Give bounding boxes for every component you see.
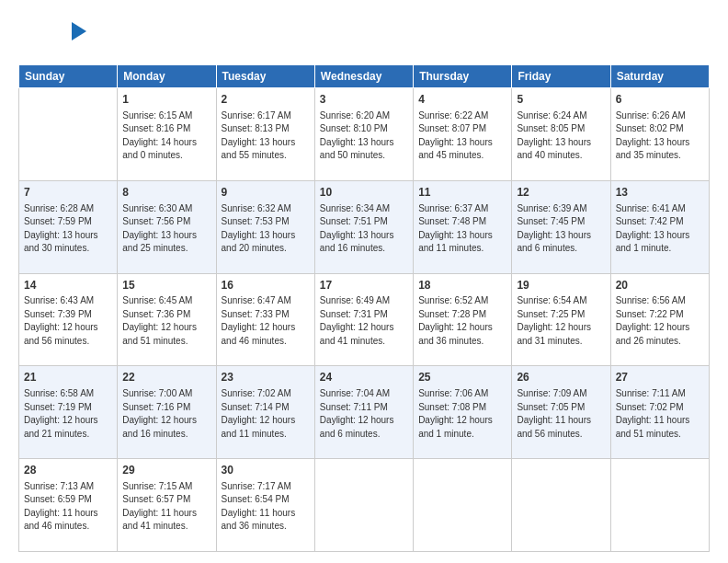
day-content: Sunrise: 6:56 AMSunset: 7:22 PMDaylight:… xyxy=(616,294,704,348)
calendar-cell: 10Sunrise: 6:34 AMSunset: 7:51 PMDayligh… xyxy=(314,180,413,273)
day-content: Sunrise: 6:43 AMSunset: 7:39 PMDaylight:… xyxy=(24,294,112,348)
calendar-cell xyxy=(610,459,709,552)
day-content: Sunrise: 6:39 AMSunset: 7:45 PMDaylight:… xyxy=(517,202,605,256)
day-number: 23 xyxy=(222,370,310,385)
day-content: Sunrise: 6:24 AMSunset: 8:05 PMDaylight:… xyxy=(517,109,605,163)
calendar-header-monday: Monday xyxy=(118,65,216,88)
day-number: 11 xyxy=(418,185,506,201)
calendar-cell xyxy=(314,459,413,552)
calendar-cell: 3Sunrise: 6:20 AMSunset: 8:10 PMDaylight… xyxy=(314,88,413,181)
day-number: 17 xyxy=(320,278,408,293)
page: SundayMondayTuesdayWednesdayThursdayFrid… xyxy=(0,0,728,563)
day-number: 1 xyxy=(122,92,210,108)
day-number: 18 xyxy=(418,278,506,293)
calendar-cell: 26Sunrise: 7:09 AMSunset: 7:05 PMDayligh… xyxy=(512,366,610,459)
day-number: 30 xyxy=(222,463,310,478)
day-number: 28 xyxy=(24,463,112,478)
calendar-header-sunday: Sunday xyxy=(19,65,118,88)
header xyxy=(18,17,710,57)
day-number: 22 xyxy=(122,370,210,385)
day-content: Sunrise: 7:15 AMSunset: 6:57 PMDaylight:… xyxy=(122,480,210,534)
calendar-cell: 6Sunrise: 6:26 AMSunset: 8:02 PMDaylight… xyxy=(610,88,709,181)
day-number: 9 xyxy=(222,185,310,201)
day-content: Sunrise: 6:58 AMSunset: 7:19 PMDaylight:… xyxy=(24,387,112,441)
day-number: 5 xyxy=(517,92,605,108)
day-content: Sunrise: 7:13 AMSunset: 6:59 PMDaylight:… xyxy=(24,480,112,534)
calendar-cell xyxy=(19,88,118,181)
day-content: Sunrise: 6:49 AMSunset: 7:31 PMDaylight:… xyxy=(320,294,408,348)
calendar-cell: 22Sunrise: 7:00 AMSunset: 7:16 PMDayligh… xyxy=(118,366,216,459)
day-number: 19 xyxy=(517,278,605,293)
calendar-cell: 30Sunrise: 7:17 AMSunset: 6:54 PMDayligh… xyxy=(216,459,314,552)
day-content: Sunrise: 6:26 AMSunset: 8:02 PMDaylight:… xyxy=(616,109,704,163)
day-content: Sunrise: 6:22 AMSunset: 8:07 PMDaylight:… xyxy=(418,109,506,163)
calendar-cell xyxy=(414,459,512,552)
day-content: Sunrise: 7:02 AMSunset: 7:14 PMDaylight:… xyxy=(222,387,310,441)
day-content: Sunrise: 7:09 AMSunset: 7:05 PMDaylight:… xyxy=(517,387,605,441)
day-content: Sunrise: 6:30 AMSunset: 7:56 PMDaylight:… xyxy=(122,202,210,256)
logo xyxy=(18,17,87,57)
calendar-header-friday: Friday xyxy=(512,65,610,88)
day-content: Sunrise: 6:34 AMSunset: 7:51 PMDaylight:… xyxy=(320,202,408,256)
day-content: Sunrise: 6:32 AMSunset: 7:53 PMDaylight:… xyxy=(222,202,310,256)
day-content: Sunrise: 6:20 AMSunset: 8:10 PMDaylight:… xyxy=(320,109,408,163)
calendar-cell: 24Sunrise: 7:04 AMSunset: 7:11 PMDayligh… xyxy=(314,366,413,459)
day-number: 29 xyxy=(122,463,210,478)
calendar-cell: 9Sunrise: 6:32 AMSunset: 7:53 PMDaylight… xyxy=(216,180,314,273)
day-content: Sunrise: 6:45 AMSunset: 7:36 PMDaylight:… xyxy=(122,294,210,348)
day-content: Sunrise: 6:15 AMSunset: 8:16 PMDaylight:… xyxy=(122,109,210,163)
day-content: Sunrise: 7:06 AMSunset: 7:08 PMDaylight:… xyxy=(418,387,506,441)
calendar-cell xyxy=(512,459,610,552)
day-number: 10 xyxy=(320,185,408,201)
day-number: 7 xyxy=(24,185,112,201)
day-content: Sunrise: 6:54 AMSunset: 7:25 PMDaylight:… xyxy=(517,294,605,348)
day-number: 21 xyxy=(24,370,112,385)
day-content: Sunrise: 6:47 AMSunset: 7:33 PMDaylight:… xyxy=(222,294,310,348)
day-number: 13 xyxy=(616,185,704,201)
calendar-cell: 28Sunrise: 7:13 AMSunset: 6:59 PMDayligh… xyxy=(19,459,118,552)
calendar-header-thursday: Thursday xyxy=(414,65,512,88)
day-number: 15 xyxy=(122,278,210,293)
day-content: Sunrise: 7:11 AMSunset: 7:02 PMDaylight:… xyxy=(616,387,704,441)
day-content: Sunrise: 6:28 AMSunset: 7:59 PMDaylight:… xyxy=(24,202,112,256)
calendar-header-wednesday: Wednesday xyxy=(314,65,413,88)
calendar-table: SundayMondayTuesdayWednesdayThursdayFrid… xyxy=(18,64,710,552)
calendar-cell: 8Sunrise: 6:30 AMSunset: 7:56 PMDaylight… xyxy=(118,180,216,273)
day-content: Sunrise: 6:52 AMSunset: 7:28 PMDaylight:… xyxy=(418,294,506,348)
calendar-header-row: SundayMondayTuesdayWednesdayThursdayFrid… xyxy=(19,65,710,88)
calendar-cell: 16Sunrise: 6:47 AMSunset: 7:33 PMDayligh… xyxy=(216,273,314,366)
calendar-header-tuesday: Tuesday xyxy=(216,65,314,88)
calendar-cell: 15Sunrise: 6:45 AMSunset: 7:36 PMDayligh… xyxy=(118,273,216,366)
calendar-cell: 25Sunrise: 7:06 AMSunset: 7:08 PMDayligh… xyxy=(414,366,512,459)
calendar-week-row: 28Sunrise: 7:13 AMSunset: 6:59 PMDayligh… xyxy=(19,459,710,552)
calendar-cell: 11Sunrise: 6:37 AMSunset: 7:48 PMDayligh… xyxy=(414,180,512,273)
day-number: 16 xyxy=(222,278,310,293)
calendar-cell: 1Sunrise: 6:15 AMSunset: 8:16 PMDaylight… xyxy=(118,88,216,181)
calendar-header-saturday: Saturday xyxy=(610,65,709,88)
day-number: 8 xyxy=(122,185,210,201)
calendar-cell: 20Sunrise: 6:56 AMSunset: 7:22 PMDayligh… xyxy=(610,273,709,366)
day-content: Sunrise: 7:17 AMSunset: 6:54 PMDaylight:… xyxy=(222,480,310,534)
day-number: 4 xyxy=(418,92,506,108)
day-number: 14 xyxy=(24,278,112,293)
calendar-week-row: 21Sunrise: 6:58 AMSunset: 7:19 PMDayligh… xyxy=(19,366,710,459)
day-number: 24 xyxy=(320,370,408,385)
calendar-cell: 5Sunrise: 6:24 AMSunset: 8:05 PMDaylight… xyxy=(512,88,610,181)
day-content: Sunrise: 6:37 AMSunset: 7:48 PMDaylight:… xyxy=(418,202,506,256)
calendar-week-row: 7Sunrise: 6:28 AMSunset: 7:59 PMDaylight… xyxy=(19,180,710,273)
logo-chevron-icon xyxy=(72,22,86,40)
calendar-week-row: 1Sunrise: 6:15 AMSunset: 8:16 PMDaylight… xyxy=(19,88,710,181)
day-content: Sunrise: 7:00 AMSunset: 7:16 PMDaylight:… xyxy=(122,387,210,441)
calendar-cell: 21Sunrise: 6:58 AMSunset: 7:19 PMDayligh… xyxy=(19,366,118,459)
day-number: 26 xyxy=(517,370,605,385)
calendar-cell: 23Sunrise: 7:02 AMSunset: 7:14 PMDayligh… xyxy=(216,366,314,459)
calendar-cell: 2Sunrise: 6:17 AMSunset: 8:13 PMDaylight… xyxy=(216,88,314,181)
day-number: 12 xyxy=(517,185,605,201)
calendar-cell: 4Sunrise: 6:22 AMSunset: 8:07 PMDaylight… xyxy=(414,88,512,181)
calendar-cell: 13Sunrise: 6:41 AMSunset: 7:42 PMDayligh… xyxy=(610,180,709,273)
calendar-cell: 7Sunrise: 6:28 AMSunset: 7:59 PMDaylight… xyxy=(19,180,118,273)
day-number: 2 xyxy=(222,92,310,108)
calendar-week-row: 14Sunrise: 6:43 AMSunset: 7:39 PMDayligh… xyxy=(19,273,710,366)
day-number: 20 xyxy=(616,278,704,293)
day-content: Sunrise: 6:41 AMSunset: 7:42 PMDaylight:… xyxy=(616,202,704,256)
